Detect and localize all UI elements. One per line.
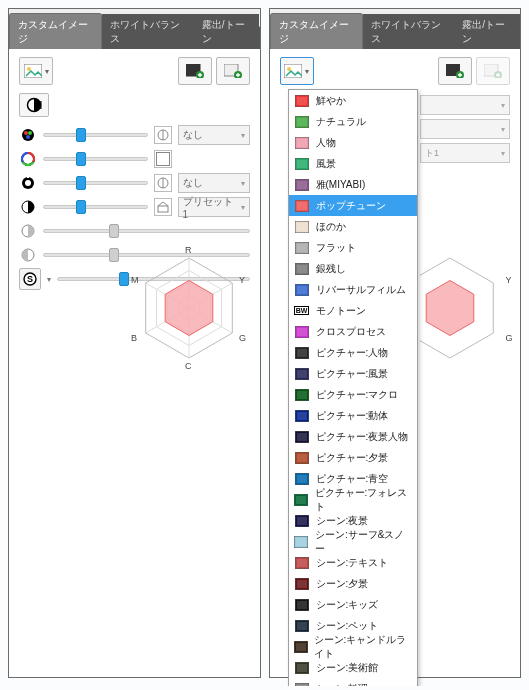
- svg-rect-96: [296, 643, 306, 651]
- menu-item-label: ピクチャー:人物: [316, 346, 389, 360]
- menu-item-label: モノトーン: [316, 304, 366, 318]
- svg-rect-46: [297, 97, 307, 105]
- menu-item[interactable]: ピクチャー:人物: [289, 342, 417, 363]
- tab-white-balance[interactable]: ホワイトバランス: [102, 14, 193, 49]
- saturation-slider[interactable]: [43, 128, 148, 142]
- bg-select-2[interactable]: [420, 119, 510, 139]
- menu-item[interactable]: ほのか: [289, 216, 417, 237]
- radar-label-b: B: [131, 333, 137, 343]
- svg-rect-78: [297, 454, 307, 462]
- tab-custom-image[interactable]: カスタムイメージ: [270, 13, 363, 49]
- menu-item[interactable]: シーン:サーフ&スノー: [289, 531, 417, 552]
- scene-night-icon: [294, 513, 310, 529]
- menu-item-label: ピクチャー:夕景: [316, 451, 389, 465]
- menu-item[interactable]: ピクチャー:動体: [289, 405, 417, 426]
- menu-item[interactable]: シーン:キャンドルライト: [289, 636, 417, 657]
- svg-point-38: [287, 67, 291, 71]
- svg-rect-72: [297, 391, 307, 399]
- menu-item[interactable]: BWモノトーン: [289, 300, 417, 321]
- svg-rect-98: [297, 664, 307, 672]
- radar-label-r: R: [185, 245, 192, 255]
- panel-right: カスタムイメージ × カスタムイメージ ホワイトバランス 露出/トーン: [269, 8, 522, 678]
- menu-item-label: シーン:ペット: [316, 619, 379, 633]
- svg-rect-58: [297, 223, 307, 231]
- menu-item[interactable]: シーン:料理: [289, 678, 417, 686]
- filter-swatch[interactable]: [154, 174, 172, 192]
- hue-slider[interactable]: [43, 152, 148, 166]
- contrast2-icon: [19, 222, 37, 240]
- image-mode-menu[interactable]: 鮮やかナチュラル人物風景雅(MIYABI)ポップチューンほのかフラット銀残しリバ…: [288, 89, 418, 686]
- menu-item[interactable]: シーン:夕景: [289, 573, 417, 594]
- svg-rect-54: [297, 181, 307, 189]
- bg-select[interactable]: [420, 95, 510, 115]
- tab-white-balance[interactable]: ホワイトバランス: [363, 14, 454, 49]
- menu-item[interactable]: 人物: [289, 132, 417, 153]
- contrast-icon: [19, 198, 37, 216]
- menu-item-label: ピクチャー:青空: [316, 472, 389, 486]
- scene-food-icon: [294, 681, 310, 687]
- pic-macro-icon: [294, 387, 310, 403]
- menu-item-label: ピクチャー:フォレスト: [315, 486, 412, 514]
- menu-item-label: ポップチューン: [316, 199, 386, 213]
- tab-exposure-tone[interactable]: 露出/トーン: [194, 14, 260, 49]
- highlow-slider[interactable]: [43, 176, 148, 190]
- menu-item[interactable]: リバーサルフィルム: [289, 279, 417, 300]
- menu-item[interactable]: ピクチャー:フォレスト: [289, 489, 417, 510]
- menu-item[interactable]: フラット: [289, 237, 417, 258]
- scene-dusk-icon: [294, 576, 310, 592]
- svg-point-14: [26, 135, 30, 139]
- radar-chart-bg: Y G: [420, 241, 520, 376]
- menu-item-label: ほのか: [316, 220, 346, 234]
- save-button[interactable]: [216, 57, 250, 85]
- picture-save-icon: [224, 64, 242, 78]
- halfcircle-icon: [26, 97, 42, 113]
- menu-item[interactable]: ピクチャー:風景: [289, 363, 417, 384]
- svg-point-13: [28, 131, 32, 135]
- menu-item[interactable]: 雅(MIYABI): [289, 174, 417, 195]
- menu-item[interactable]: ピクチャー:夜景人物: [289, 426, 417, 447]
- menu-item[interactable]: ナチュラル: [289, 111, 417, 132]
- menu-item[interactable]: 風景: [289, 153, 417, 174]
- menu-item[interactable]: ポップチューン: [289, 195, 417, 216]
- menu-item[interactable]: ピクチャー:マクロ: [289, 384, 417, 405]
- menu-item-label: シーン:テキスト: [316, 556, 389, 570]
- preset-swatch[interactable]: [154, 198, 172, 216]
- menu-item-label: 銀残し: [316, 262, 346, 276]
- register-button[interactable]: [178, 57, 212, 85]
- register-button[interactable]: [438, 57, 472, 85]
- sharpness-button[interactable]: S: [19, 268, 41, 290]
- tab-exposure-tone[interactable]: 露出/トーン: [454, 14, 520, 49]
- filter-select[interactable]: なし: [178, 173, 250, 193]
- tone-swatch[interactable]: [154, 150, 172, 168]
- key-select[interactable]: なし: [178, 125, 250, 145]
- tabbar: カスタムイメージ ホワイトバランス 露出/トーン: [9, 27, 260, 49]
- reversal-icon: [294, 282, 310, 298]
- svg-marker-44: [426, 281, 474, 336]
- scene-candle-icon: [294, 639, 308, 655]
- menu-item-label: シーン:料理: [316, 682, 369, 687]
- preset-select[interactable]: プリセット1: [178, 197, 250, 217]
- menu-item[interactable]: シーン:キッズ: [289, 594, 417, 615]
- svg-rect-94: [297, 622, 307, 630]
- image-mode-button-open[interactable]: [280, 57, 314, 85]
- key-swatch[interactable]: [154, 126, 172, 144]
- menu-item[interactable]: 銀残し: [289, 258, 417, 279]
- vivid-icon: [294, 93, 310, 109]
- bw-icon: BW: [294, 303, 310, 319]
- contrast2-slider[interactable]: [43, 224, 250, 238]
- menu-item-label: クロスプロセス: [316, 325, 386, 339]
- menu-item[interactable]: ピクチャー:夕景: [289, 447, 417, 468]
- contrast-slider[interactable]: [43, 200, 148, 214]
- radar-label-y: Y: [239, 275, 245, 285]
- menu-item[interactable]: クロスプロセス: [289, 321, 417, 342]
- svg-text:S: S: [27, 274, 33, 284]
- panel-body-left: なし: [9, 49, 260, 299]
- xprocess-icon: [294, 324, 310, 340]
- menu-item[interactable]: 鮮やか: [289, 90, 417, 111]
- tab-custom-image[interactable]: カスタムイメージ: [9, 13, 102, 49]
- tone-button[interactable]: [19, 93, 49, 117]
- bg-select-3[interactable]: ト1: [420, 143, 510, 163]
- pic-dusk-icon: [294, 450, 310, 466]
- chevron-down-icon[interactable]: ▾: [47, 275, 51, 284]
- image-mode-button[interactable]: [19, 57, 53, 85]
